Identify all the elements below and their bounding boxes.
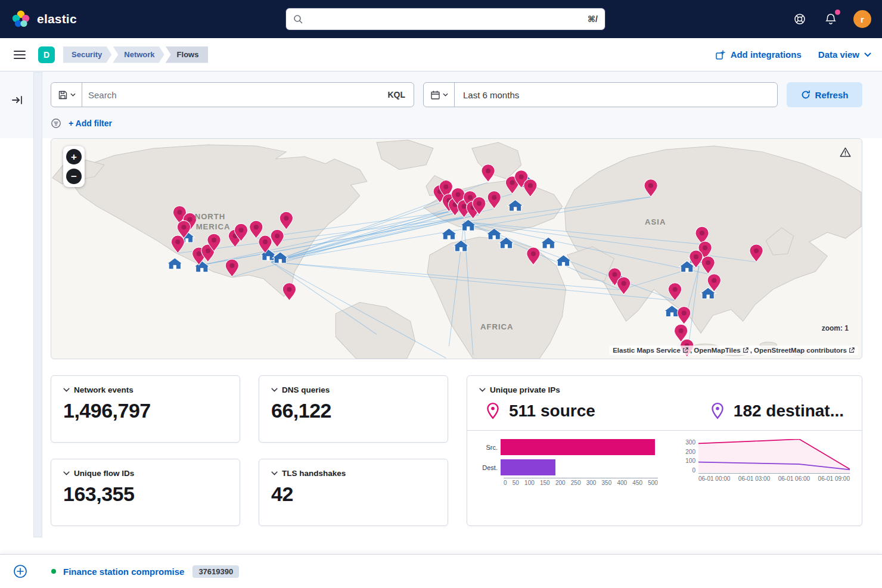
map-attribution: Elastic Maps Service , OpenMapTiles , Op…	[609, 346, 858, 355]
space-badge[interactable]: D	[38, 46, 55, 63]
destination-ip-value: 182 destinat...	[734, 402, 844, 421]
add-filter-link[interactable]: + Add filter	[69, 119, 112, 128]
line-y-tick-label: 100	[685, 458, 695, 464]
search-shortcut-hint: ⌘/	[588, 14, 598, 24]
breadcrumb-security[interactable]: Security	[63, 46, 111, 63]
zoom-in-button[interactable]: +	[66, 149, 82, 164]
destination-ip-stat: 182 destinat...	[710, 402, 844, 421]
filter-icon[interactable]	[51, 118, 61, 129]
destination-pin-icon	[710, 402, 725, 420]
warning-triangle-icon	[840, 147, 851, 157]
timeline-event-title[interactable]: Finance station compromise	[63, 567, 184, 577]
refresh-button[interactable]: Refresh	[787, 82, 862, 107]
map-warning-button[interactable]	[840, 147, 851, 160]
bar-tick-label: 400	[617, 480, 627, 486]
map-region-label: ASIA	[645, 217, 666, 226]
query-search-input[interactable]	[82, 90, 387, 100]
date-quick-menu-button[interactable]	[424, 83, 455, 107]
tls-handshakes-value: 42	[271, 483, 436, 506]
ip-line-chart[interactable]: 3002001000 06-01 00:0006-01 03:0006-01 0…	[679, 439, 850, 521]
building-marker[interactable]	[167, 258, 182, 269]
date-picker: Last 6 months	[423, 82, 778, 107]
kql-language-button[interactable]: KQL	[387, 90, 414, 99]
bar-track	[501, 459, 658, 475]
save-icon	[58, 90, 68, 100]
network-events-card: Network events 1,496,797	[51, 375, 240, 443]
menu-button[interactable]	[11, 46, 29, 64]
source-ip-stat: 511 source	[485, 402, 595, 421]
saved-query-menu-button[interactable]	[51, 83, 82, 107]
line-x-tick-label: 06-01 00:00	[698, 475, 730, 482]
map-canvas[interactable]: NORTHMERICAASIAAFRICA	[51, 139, 862, 359]
source-pin-icon	[485, 402, 501, 420]
map-pin[interactable]	[482, 164, 495, 182]
attribution-elastic-maps[interactable]: Elastic Maps Service	[613, 347, 681, 354]
unique-flow-ids-card: Unique flow IDs 163,355	[51, 459, 240, 526]
tls-handshakes-title: TLS handshakes	[282, 469, 346, 478]
map-region-label: NORTH	[195, 212, 226, 221]
zoom-out-button[interactable]: −	[66, 169, 82, 184]
network-events-value: 1,496,797	[63, 399, 228, 422]
source-bar[interactable]	[501, 439, 655, 455]
bar-tick-label: 500	[648, 480, 658, 486]
ip-bar-chart[interactable]: Src. Dest. 05010015020025030035040045050…	[479, 439, 658, 521]
data-view-label: Data view	[818, 49, 859, 60]
data-view-selector[interactable]: Data view	[818, 49, 871, 60]
bar-tick-label: 450	[632, 480, 642, 486]
global-search[interactable]: ⌘/	[285, 8, 605, 30]
network-events-header[interactable]: Network events	[63, 385, 228, 394]
user-avatar[interactable]: r	[853, 10, 871, 28]
map-region-label: MERICA	[196, 222, 231, 231]
timeline-bottom-bar: Finance station compromise 37619390	[0, 554, 882, 588]
support-button[interactable]	[791, 11, 808, 27]
line-y-tick-label: 200	[685, 449, 695, 455]
chevron-down-icon	[271, 388, 278, 392]
refresh-icon	[801, 90, 810, 99]
line-x-tick-label: 06-01 06:00	[778, 475, 810, 482]
elastic-logo[interactable]: elastic	[11, 9, 77, 29]
unique-private-ips-header[interactable]: Unique private IPs	[479, 385, 850, 394]
add-integrations-icon	[715, 49, 726, 60]
add-timeline-icon[interactable]	[13, 564, 27, 578]
add-integrations-link[interactable]: Add integrations	[715, 49, 802, 60]
line-y-tick-label: 300	[685, 439, 695, 446]
unique-private-ips-title: Unique private IPs	[490, 385, 560, 394]
map-region-label: AFRICA	[480, 322, 514, 331]
time-range-value[interactable]: Last 6 months	[455, 90, 519, 100]
chevron-down-icon	[63, 471, 70, 475]
chevron-down-icon	[70, 93, 76, 97]
map-pin[interactable]	[282, 283, 296, 301]
expand-sidebar-button[interactable]	[12, 95, 23, 107]
destination-bar[interactable]	[501, 459, 555, 475]
breadcrumb-network[interactable]: Network	[113, 46, 164, 63]
line-plot-area	[698, 439, 850, 474]
dns-queries-header[interactable]: DNS queries	[271, 385, 436, 394]
life-ring-icon	[793, 13, 806, 26]
unique-flow-ids-header[interactable]: Unique flow IDs	[63, 469, 228, 478]
bell-icon	[824, 13, 837, 26]
attribution-openmaptiles[interactable]: , OpenMapTiles	[690, 347, 741, 354]
building-marker[interactable]	[441, 228, 456, 239]
ip-charts-row: Src. Dest. 05010015020025030035040045050…	[479, 431, 850, 521]
attribution-openstreetmap[interactable]: , OpenStreetMap contributors	[750, 347, 847, 354]
external-link-icon	[849, 347, 855, 353]
header-actions: r	[791, 10, 871, 28]
unique-flow-ids-title: Unique flow IDs	[74, 469, 134, 478]
map-pin[interactable]	[678, 306, 691, 324]
filter-row: + Add filter	[51, 116, 862, 131]
source-ip-value: 511 source	[509, 402, 595, 421]
collapsed-sidebar-strip[interactable]	[33, 72, 42, 537]
flow-line	[271, 262, 377, 334]
elastic-logo-icon	[11, 9, 31, 29]
dns-queries-title: DNS queries	[282, 385, 330, 394]
line-x-tick-label: 06-01 09:00	[818, 475, 850, 482]
notifications-button[interactable]	[822, 11, 839, 27]
global-search-input[interactable]	[308, 14, 583, 24]
stats-grid: Network events 1,496,797 DNS queries 66,…	[51, 375, 862, 526]
map-zoom-controls: + −	[63, 146, 85, 187]
nav-actions: Add integrations Data view	[715, 49, 871, 60]
breadcrumb: Security Network Flows	[63, 46, 208, 63]
tls-handshakes-header[interactable]: TLS handshakes	[271, 469, 436, 478]
bar-tick-label: 200	[555, 480, 566, 486]
add-integrations-label: Add integrations	[731, 49, 802, 60]
